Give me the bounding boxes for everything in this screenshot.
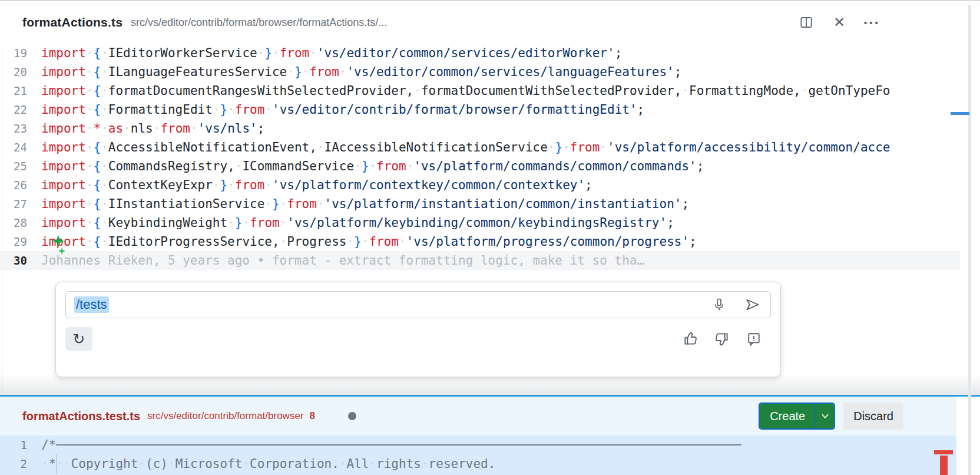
- line-number: 28: [0, 216, 41, 229]
- line-number: 19: [0, 47, 41, 60]
- report-issue-button[interactable]: [745, 330, 763, 348]
- line-number: 2: [0, 457, 41, 470]
- chevron-down-icon: [820, 413, 830, 420]
- generated-test-panel: formatActions.test.ts src/vs/editor/cont…: [0, 397, 980, 475]
- line-number: 20: [0, 65, 41, 78]
- overview-ruler-error-mark: [940, 456, 948, 475]
- create-dropdown-button[interactable]: [815, 404, 834, 428]
- title-bar: formatActions.ts src/vs/editor/contrib/f…: [0, 1, 980, 44]
- report-issue-icon: [746, 331, 762, 347]
- code-line[interactable]: 23import·*·as·nls·from·'vs/nls';: [0, 119, 960, 138]
- test-file-header: formatActions.test.ts src/vs/editor/cont…: [0, 397, 956, 436]
- inline-chat-widget: /tests ↻: [55, 282, 781, 377]
- test-file-path: src/vs/editor/contrib/format/browser: [147, 410, 303, 422]
- retry-icon: ↻: [73, 332, 85, 347]
- code-line[interactable]: 24import·{·AccessibleNotificationEvent,·…: [0, 138, 960, 157]
- code-line[interactable]: 20import·{·ILanguageFeaturesService·}·fr…: [0, 62, 960, 81]
- code-line[interactable]: 30Johannes Rieken, 5 years ago • format …: [0, 251, 960, 270]
- send-icon: [744, 296, 760, 313]
- editor-window: formatActions.ts src/vs/editor/contrib/f…: [0, 0, 980, 475]
- split-editor-icon: [799, 15, 814, 30]
- code-line[interactable]: 22import·{·FormattingEdit·}·from·'vs/edi…: [0, 100, 960, 119]
- microphone-icon: [711, 297, 727, 312]
- split-editor-button[interactable]: [797, 14, 815, 31]
- create-button[interactable]: Create: [760, 404, 815, 428]
- modified-dot: [348, 412, 356, 420]
- code-line[interactable]: 19import·{·IEditorWorkerService·}·from·'…: [0, 44, 960, 62]
- code-line[interactable]: 1/*─────────────────────────────────────…: [0, 436, 956, 454]
- line-number: 21: [0, 84, 41, 97]
- file-title-path: src/vs/editor/contrib/format/browser/for…: [131, 17, 387, 29]
- copilot-sparkle-icon[interactable]: [51, 235, 67, 255]
- line-number: 24: [0, 141, 41, 154]
- chat-input[interactable]: /tests: [65, 291, 771, 318]
- test-code-editor[interactable]: 1/*─────────────────────────────────────…: [0, 436, 956, 475]
- slash-command-value: /tests: [74, 296, 109, 313]
- send-button[interactable]: [743, 296, 761, 314]
- create-split-button[interactable]: Create: [759, 403, 835, 430]
- line-number: 22: [0, 103, 41, 116]
- titlebar-actions: ✕ •••: [797, 14, 881, 31]
- indent-guide: [56, 454, 57, 474]
- close-icon: ✕: [833, 15, 845, 29]
- line-number: 25: [0, 160, 41, 173]
- thumbs-up-button[interactable]: [681, 330, 699, 348]
- line-number: 27: [0, 197, 41, 210]
- more-actions-button[interactable]: •••: [863, 14, 881, 31]
- test-file-name: formatActions.test.ts: [22, 410, 140, 423]
- code-editor[interactable]: 19import·{·IEditorWorkerService·}·from·'…: [0, 44, 960, 270]
- file-title: formatActions.ts: [22, 15, 122, 29]
- line-number: 1: [0, 438, 41, 451]
- line-number: 23: [0, 122, 41, 135]
- thumbs-down-button[interactable]: [713, 330, 731, 348]
- problem-count: 8: [310, 410, 315, 422]
- overview-ruler-error-mark-top: [934, 450, 953, 454]
- thumbs-up-icon: [682, 331, 698, 347]
- line-number: 26: [0, 179, 41, 192]
- thumbs-down-icon: [714, 331, 730, 347]
- close-button[interactable]: ✕: [830, 14, 848, 31]
- code-line[interactable]: 2·*··Copyright·(c)·Microsoft·Corporation…: [0, 454, 956, 473]
- discard-button[interactable]: Discard: [843, 403, 903, 430]
- code-line[interactable]: 26import·{·ContextKeyExpr·}·from·'vs/pla…: [0, 176, 960, 194]
- ellipsis-icon: •••: [864, 18, 880, 28]
- code-line[interactable]: 27import·{·IInstantiationService·}·from·…: [0, 194, 960, 213]
- line-number: 30: [0, 254, 41, 267]
- code-line[interactable]: 29import·{·IEditorProgressService,·Progr…: [0, 232, 960, 251]
- microphone-button[interactable]: [710, 296, 728, 314]
- retry-button[interactable]: ↻: [65, 327, 92, 351]
- vertical-scrollbar[interactable]: [968, 5, 971, 475]
- line-number: 29: [0, 235, 41, 248]
- code-line[interactable]: 25import·{·CommandsRegistry,·ICommandSer…: [0, 157, 960, 176]
- code-line[interactable]: 28import·{·KeybindingWeight·}·from·'vs/p…: [0, 213, 960, 232]
- overview-ruler-info-mark: [951, 112, 969, 115]
- code-line[interactable]: 21import·{·formatDocumentRangesWithSelec…: [0, 81, 960, 100]
